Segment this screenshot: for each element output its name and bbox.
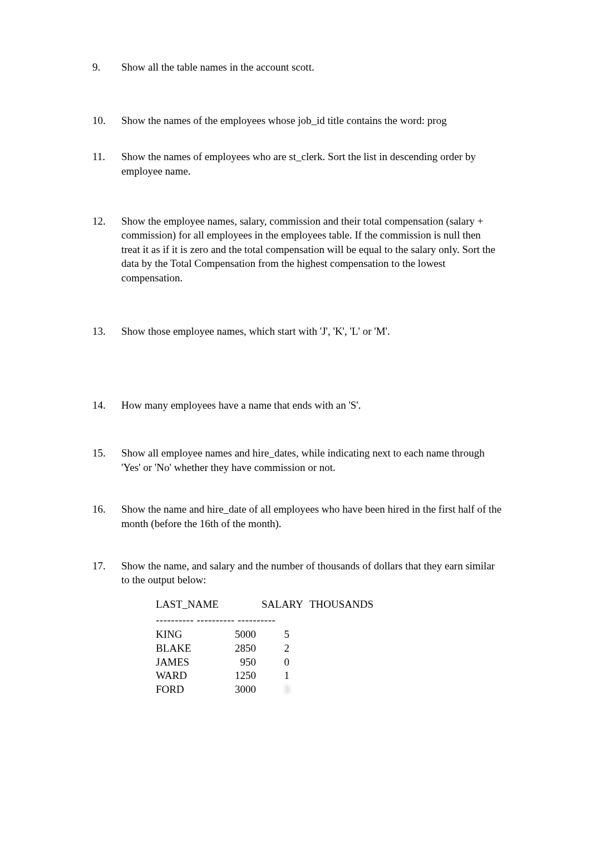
question-14: 14. How many employees have a name that … bbox=[92, 398, 502, 413]
cell-salary: 950 bbox=[221, 656, 256, 669]
question-number: 11. bbox=[92, 150, 121, 178]
question-number: 13. bbox=[92, 324, 121, 339]
sample-output: LAST_NAME SALARY THOUSANDS ---------- --… bbox=[156, 597, 502, 697]
output-divider: ---------- ---------- ---------- bbox=[156, 613, 502, 627]
question-number: 15. bbox=[92, 446, 121, 474]
question-text: Show the name and hire_date of all emplo… bbox=[121, 502, 502, 530]
question-11: 11. Show the names of employees who are … bbox=[92, 150, 502, 178]
question-number: 16. bbox=[92, 502, 121, 530]
output-row: BLAKE 2850 2 bbox=[156, 642, 502, 656]
question-16: 16. Show the name and hire_date of all e… bbox=[92, 502, 502, 530]
cell-thousands: 0 bbox=[256, 656, 289, 669]
question-text: Show those employee names, which start w… bbox=[121, 324, 502, 339]
cell-name: KING bbox=[156, 628, 221, 642]
header-salary: SALARY bbox=[262, 597, 309, 612]
cell-name: WARD bbox=[156, 669, 221, 683]
question-text: Show the name, and salary and the number… bbox=[121, 559, 502, 587]
cell-salary: 1250 bbox=[221, 669, 256, 683]
output-row: JAMES 950 0 bbox=[156, 656, 502, 669]
output-row: KING 5000 5 bbox=[156, 628, 502, 642]
output-row: FORD 3000 3 bbox=[156, 683, 502, 697]
question-text: Show the names of employees who are st_c… bbox=[121, 150, 502, 178]
cell-thousands: 1 bbox=[256, 669, 289, 683]
cell-thousands: 2 bbox=[256, 642, 289, 656]
question-text: Show the employee names, salary, commiss… bbox=[121, 214, 502, 285]
question-13: 13. Show those employee names, which sta… bbox=[92, 324, 502, 339]
question-text: Show all the table names in the account … bbox=[121, 60, 502, 75]
question-body: Show the name, and salary and the number… bbox=[121, 559, 502, 697]
question-number: 14. bbox=[92, 398, 121, 413]
question-number: 9. bbox=[92, 60, 121, 75]
header-last-name: LAST_NAME bbox=[156, 597, 262, 612]
question-number: 10. bbox=[92, 113, 121, 128]
cell-salary: 2850 bbox=[221, 642, 256, 656]
cell-name: FORD bbox=[156, 683, 221, 697]
question-17: 17. Show the name, and salary and the nu… bbox=[92, 559, 502, 697]
question-number: 12. bbox=[92, 214, 121, 285]
question-text: Show the names of the employees whose jo… bbox=[121, 113, 502, 128]
question-text: Show all employee names and hire_dates, … bbox=[121, 446, 502, 474]
question-15: 15. Show all employee names and hire_dat… bbox=[92, 446, 502, 474]
output-header: LAST_NAME SALARY THOUSANDS bbox=[156, 597, 502, 612]
header-thousands: THOUSANDS bbox=[309, 597, 373, 612]
cell-salary: 3000 bbox=[221, 683, 256, 697]
cell-salary: 5000 bbox=[221, 628, 256, 642]
question-number: 17. bbox=[92, 559, 121, 697]
cell-thousands: 5 bbox=[256, 628, 289, 642]
cell-thousands: 3 bbox=[256, 683, 289, 697]
question-text: How many employees have a name that ends… bbox=[121, 398, 502, 413]
output-row: WARD 1250 1 bbox=[156, 669, 502, 683]
question-10: 10. Show the names of the employees whos… bbox=[92, 113, 502, 128]
question-9: 9. Show all the table names in the accou… bbox=[92, 60, 502, 75]
question-12: 12. Show the employee names, salary, com… bbox=[92, 214, 502, 285]
cell-name: JAMES bbox=[156, 656, 221, 669]
cell-name: BLAKE bbox=[156, 642, 221, 656]
